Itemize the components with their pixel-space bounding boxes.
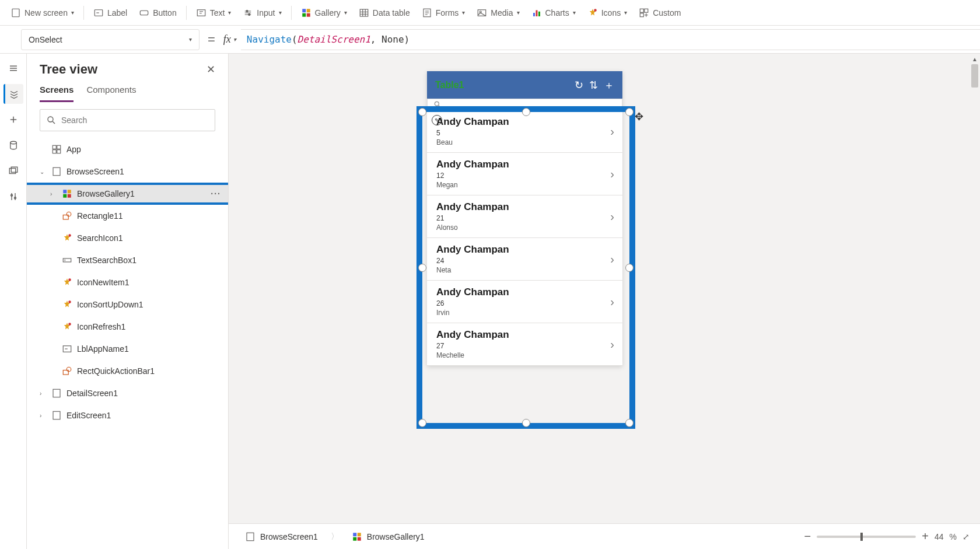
media-dropdown[interactable]: Media▾ <box>471 4 525 22</box>
svg-point-4 <box>246 10 248 12</box>
svg-point-37 <box>66 212 71 216</box>
chevron-right-icon[interactable]: › <box>610 295 614 309</box>
resize-handle[interactable] <box>625 108 634 116</box>
left-rail <box>0 54 27 549</box>
chevron-right-icon[interactable]: › <box>610 125 614 138</box>
icons-dropdown[interactable]: Icons▾ <box>582 4 633 22</box>
rail-hamburger[interactable] <box>4 58 23 78</box>
svg-point-41 <box>68 300 71 303</box>
node-iconsortupdown[interactable]: IconSortUpDown1 <box>27 293 228 316</box>
gallery-item[interactable]: Andy Champan26Irvin› <box>427 281 622 323</box>
node-rectangle[interactable]: Rectangle11 <box>27 205 228 227</box>
node-iconrefresh[interactable]: IconRefresh1 <box>27 316 228 338</box>
resize-handle[interactable] <box>522 419 530 427</box>
edit-template-icon[interactable]: ✎ <box>432 115 442 125</box>
icons-icon <box>62 299 72 310</box>
gallery-icon <box>62 188 72 199</box>
vertical-scrollbar[interactable]: ▲ ▼ <box>970 54 980 549</box>
icons-icon <box>62 233 72 243</box>
formula-input[interactable]: Navigate(DetailScreen1, None) <box>241 29 980 50</box>
svg-rect-6 <box>302 9 306 12</box>
rail-tree-view[interactable] <box>4 84 23 104</box>
rail-media[interactable] <box>4 161 23 181</box>
gallery-item[interactable]: Andy Champan21Alonso› <box>427 195 622 238</box>
svg-rect-29 <box>52 150 56 153</box>
tree-search[interactable] <box>40 109 215 131</box>
chevron-right-icon[interactable]: › <box>610 167 614 181</box>
node-searchicon[interactable]: SearchIcon1 <box>27 227 228 249</box>
gallery-item[interactable]: Andy Champan24Neta› <box>427 238 622 281</box>
resize-handle[interactable] <box>625 419 634 427</box>
chevron-down-icon[interactable]: ⌄ <box>40 169 47 175</box>
phone-preview[interactable]: Table1 ↻ ⇅ ＋ ✎ Andy Champan 5 Beau › <box>427 71 622 366</box>
resize-handle[interactable] <box>418 419 426 427</box>
chevron-right-icon[interactable]: › <box>40 390 47 397</box>
tab-screens[interactable]: Screens <box>40 83 74 102</box>
tree-search-input[interactable] <box>61 116 209 125</box>
node-iconnewitem[interactable]: IconNewItem1 <box>27 271 228 293</box>
node-app[interactable]: App <box>27 138 228 160</box>
textinput-icon <box>62 255 72 265</box>
charts-dropdown[interactable]: Charts▾ <box>526 4 582 22</box>
rail-data[interactable] <box>4 135 23 155</box>
rail-advanced[interactable] <box>4 187 23 207</box>
input-icon <box>243 8 253 18</box>
gallery-dropdown[interactable]: Gallery▾ <box>295 4 353 22</box>
svg-point-48 <box>435 102 439 106</box>
sort-icon[interactable]: ⇅ <box>589 79 598 92</box>
input-dropdown[interactable]: Input▾ <box>237 4 287 22</box>
icons-icon <box>62 321 72 332</box>
screen-icon <box>10 8 21 18</box>
node-rectquick[interactable]: RectQuickActionBar1 <box>27 360 228 382</box>
node-browsegallery[interactable]: › BrowseGallery1 ··· <box>27 183 228 205</box>
resize-handle[interactable] <box>418 264 426 272</box>
zoom-unit: % <box>950 532 957 541</box>
zoom-in-button[interactable]: + <box>922 530 929 543</box>
zoom-out-button[interactable]: − <box>804 530 811 543</box>
more-icon[interactable]: ··· <box>211 189 221 198</box>
new-screen-button[interactable]: New screen ▾ <box>5 4 80 22</box>
tab-components[interactable]: Components <box>86 83 136 102</box>
resize-handle[interactable] <box>418 108 426 116</box>
property-selector[interactable]: OnSelect ▾ <box>21 29 200 50</box>
resize-handle[interactable] <box>625 264 634 272</box>
chevron-right-icon[interactable]: › <box>40 412 47 419</box>
svg-rect-2 <box>140 11 148 15</box>
chevron-right-icon[interactable]: › <box>50 191 57 197</box>
svg-rect-32 <box>63 190 66 193</box>
fit-to-screen-button[interactable]: ⤢ <box>963 532 970 541</box>
node-textsearchbox[interactable]: TextSearchBox1 <box>27 249 228 271</box>
label-button[interactable]: Label <box>88 4 133 22</box>
svg-rect-47 <box>53 411 60 419</box>
svg-rect-7 <box>306 9 310 12</box>
gallery-icon <box>352 531 362 542</box>
text-dropdown[interactable]: Text▾ <box>190 4 237 22</box>
chevron-right-icon[interactable]: › <box>610 210 614 223</box>
node-detailscreen[interactable]: › DetailScreen1 <box>27 382 228 404</box>
search-bar[interactable] <box>427 99 622 110</box>
forms-dropdown[interactable]: Forms▾ <box>416 4 471 22</box>
node-browsescreen[interactable]: ⌄ BrowseScreen1 <box>27 160 228 183</box>
chevron-right-icon[interactable]: › <box>610 253 614 266</box>
browse-gallery[interactable]: ✎ Andy Champan 5 Beau › Andy Champan12Me… <box>427 110 622 366</box>
gallery-item[interactable]: ✎ Andy Champan 5 Beau › <box>427 110 622 153</box>
zoom-slider[interactable] <box>817 536 916 538</box>
breadcrumb-gallery[interactable]: BrowseGallery1 <box>346 529 430 544</box>
svg-rect-53 <box>358 537 361 540</box>
rail-insert[interactable] <box>4 110 23 130</box>
custom-dropdown[interactable]: Custom <box>633 4 687 22</box>
refresh-icon[interactable]: ↻ <box>575 79 583 92</box>
design-canvas[interactable]: ▲ ▼ Table1 ↻ ⇅ ＋ ✎ Andy Champan 5 <box>229 54 980 549</box>
button-button[interactable]: Button <box>133 4 182 22</box>
add-icon[interactable]: ＋ <box>604 78 614 92</box>
gallery-item[interactable]: Andy Champan12Megan› <box>427 153 622 195</box>
breadcrumb-screen[interactable]: BrowseScreen1 <box>239 529 324 544</box>
fx-label[interactable]: fx▾ <box>223 33 241 46</box>
label-icon <box>62 344 72 354</box>
gallery-item[interactable]: Andy Champan27Mechelle› <box>427 323 622 366</box>
datatable-button[interactable]: Data table <box>353 4 416 22</box>
close-icon[interactable]: ✕ <box>206 63 215 76</box>
node-editscreen[interactable]: › EditScreen1 <box>27 404 228 426</box>
chevron-right-icon[interactable]: › <box>610 338 614 351</box>
node-lblappname[interactable]: LblAppName1 <box>27 338 228 360</box>
